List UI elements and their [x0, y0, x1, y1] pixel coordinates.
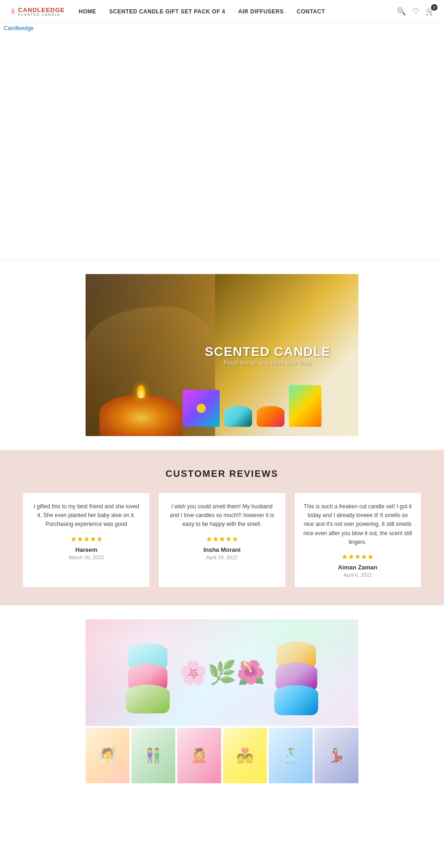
banner-section: SCENTED CANDLE Fresh the air and relax y… — [0, 260, 444, 450]
gift-box-large — [183, 390, 220, 427]
hero-section — [0, 33, 444, 260]
review-author-3: Aiman Zaman — [303, 564, 413, 571]
nav-icons: 🔍 ♡ 🛒 0 — [397, 7, 435, 16]
review-card-1: I gifted this to my best friend and she … — [23, 493, 149, 587]
review-card-2: I wish you could smell them! My husband … — [159, 493, 285, 587]
woman-icon: 💆 — [177, 728, 221, 783]
banner-image: SCENTED CANDLE Fresh the air and relax y… — [86, 274, 358, 436]
gallery-img-couple: 👫 — [131, 728, 175, 783]
reviews-grid: I gifted this to my best friend and she … — [23, 493, 421, 587]
candle-flame — [137, 385, 145, 398]
review-stars-2: ★★★★★ — [167, 535, 277, 543]
search-icon[interactable]: 🔍 — [397, 7, 406, 16]
review-date-3: April 6, 2022 — [303, 572, 413, 578]
review-stars-1: ★★★★★ — [31, 535, 141, 543]
gallery-main: 🌸🌿🌺 🧖 👫 💆 💑 🕺 — [86, 619, 358, 783]
large-candle — [99, 394, 183, 436]
flame-icon: 🕯 — [9, 7, 17, 16]
review-text-3: This is such a freaken cut candle set! I… — [303, 502, 413, 547]
gallery-img-romance: 💑 — [223, 728, 267, 783]
gallery-bottom: 🧖 👫 💆 💑 🕺 💃 — [86, 728, 358, 783]
reviews-section: CUSTOMER REVIEWS I gifted this to my bes… — [0, 450, 444, 606]
gallery-top-image: 🌸🌿🌺 — [86, 619, 358, 726]
review-text-1: I gifted this to my best friend and she … — [31, 502, 141, 529]
tin-candle-1 — [224, 406, 252, 427]
gift-box-tall — [289, 385, 321, 427]
logo[interactable]: 🕯 CANDLEEDGE SCENTED CANDLE — [9, 7, 65, 16]
brand-tagline: SCENTED CANDLE — [18, 13, 65, 16]
brand-name: CANDLEEDGE — [18, 7, 65, 13]
review-date-1: March 26, 2022 — [31, 555, 141, 560]
gallery-img-woman: 💆 — [177, 728, 221, 783]
navbar: 🕯 CANDLEEDGE SCENTED CANDLE HOME SCENTED… — [0, 0, 444, 23]
review-stars-3: ★★★★★ — [303, 552, 413, 561]
reviews-title: CUSTOMER REVIEWS — [23, 468, 421, 479]
romance-icon: 💑 — [223, 728, 267, 783]
gallery-section: 🌸🌿🌺 🧖 👫 💆 💑 🕺 — [0, 606, 444, 797]
nav-links: HOME SCENTED CANDLE GIFT SET PACK OF 4 A… — [79, 8, 397, 15]
banner-title: SCENTED CANDLE — [205, 344, 331, 359]
bow-decoration — [197, 404, 206, 413]
gallery-img-dance: 💃 — [314, 728, 358, 783]
review-card-3: This is such a freaken cut candle set! I… — [295, 493, 421, 587]
nav-scented[interactable]: SCENTED CANDLE GIFT SET PACK OF 4 — [109, 8, 225, 15]
dance-icon: 💃 — [314, 728, 358, 783]
review-date-2: April 29, 2022 — [167, 555, 277, 560]
flower-decor: 🌸🌿🌺 — [179, 659, 265, 686]
spa-person-icon: 🧖 — [86, 728, 130, 783]
banner-subtitle: Fresh the air and relax your body — [205, 359, 331, 366]
breadcrumb[interactable]: Candleedge — [0, 23, 444, 33]
elegant-icon: 🕺 — [269, 728, 313, 783]
cart-icon[interactable]: 🛒 0 — [426, 7, 435, 16]
review-text-2: I wish you could smell them! My husband … — [167, 502, 277, 529]
cart-badge: 0 — [431, 4, 438, 11]
gallery-img-spa: 🧖 — [86, 728, 130, 783]
tin-candle-2 — [257, 406, 284, 427]
nav-diffusers[interactable]: AIR DIFFUSERS — [238, 8, 284, 15]
couple-icon: 👫 — [131, 728, 175, 783]
nav-home[interactable]: HOME — [79, 8, 96, 15]
wishlist-icon[interactable]: ♡ — [413, 7, 419, 16]
tin-candles-group — [183, 385, 321, 427]
review-author-1: Hareem — [31, 546, 141, 553]
banner-text-block: SCENTED CANDLE Fresh the air and relax y… — [205, 344, 331, 366]
nav-contact[interactable]: CONTACT — [297, 8, 325, 15]
review-author-2: Insha Morani — [167, 546, 277, 553]
gallery-img-elegant: 🕺 — [269, 728, 313, 783]
